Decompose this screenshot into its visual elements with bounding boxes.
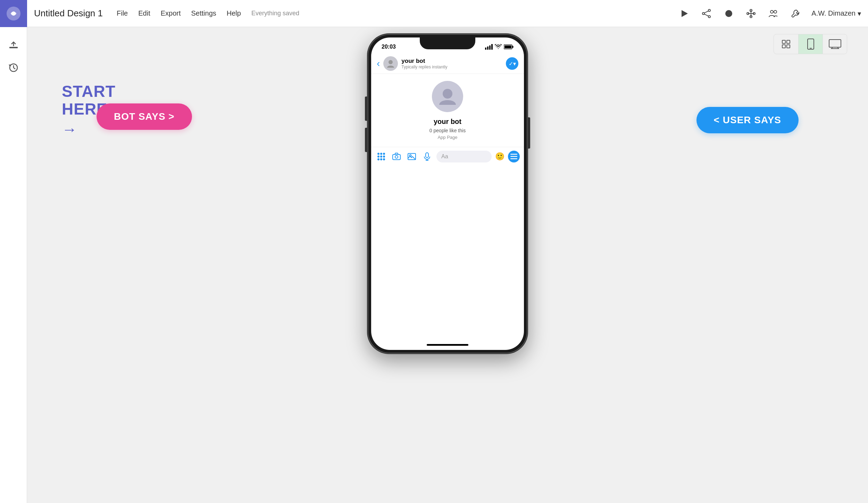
svg-point-30	[383, 153, 385, 155]
chat-checkmark-button[interactable]: ✓▾	[506, 57, 518, 70]
svg-rect-50	[787, 45, 790, 48]
svg-point-32	[380, 156, 382, 158]
chat-mic-icon[interactable]	[421, 151, 433, 162]
share-icon[interactable]	[700, 7, 713, 20]
menu-help[interactable]: Help	[227, 9, 241, 17]
view-desktop-button[interactable]	[823, 34, 847, 54]
record-icon[interactable]	[723, 7, 735, 20]
svg-rect-21	[489, 45, 491, 50]
battery-icon	[504, 44, 514, 49]
topbar-right: A.W. Dimazen ▾	[678, 7, 861, 20]
chat-header: ‹ your bot Typically replies instantly ✓…	[371, 53, 524, 74]
tools-icon[interactable]	[789, 7, 802, 20]
svg-rect-53	[829, 40, 841, 47]
svg-point-1	[11, 11, 16, 16]
phone-screen: 20:03	[371, 37, 524, 350]
chat-input-bar: Aa 🙂	[371, 147, 524, 166]
chat-emoji-icon[interactable]: 🙂	[495, 152, 504, 161]
status-time: 20:03	[382, 44, 396, 50]
svg-rect-44	[510, 154, 517, 155]
svg-rect-22	[491, 44, 493, 50]
svg-rect-49	[782, 45, 785, 48]
user-says-button[interactable]: < USER SAYS	[696, 107, 799, 133]
chat-content: your bot 0 people like this App Page	[371, 74, 524, 147]
svg-rect-24	[512, 46, 514, 48]
canvas-area: START HERE → BOT SAYS > < USER SAYS 20:0…	[27, 27, 868, 503]
svg-point-29	[380, 153, 382, 155]
connector-icon[interactable]	[745, 7, 757, 20]
menu-export[interactable]: Export	[161, 9, 181, 17]
svg-point-38	[395, 156, 398, 158]
chat-apps-icon[interactable]	[375, 151, 387, 162]
svg-rect-20	[487, 47, 489, 50]
view-switcher	[774, 34, 847, 54]
sidebar-upload[interactable]	[3, 34, 24, 54]
play-icon[interactable]	[678, 7, 691, 20]
view-grid-button[interactable]	[774, 34, 798, 54]
svg-point-36	[383, 158, 385, 160]
chat-name: your bot	[401, 58, 502, 65]
svg-rect-25	[504, 45, 511, 48]
svg-line-7	[704, 14, 709, 16]
menu-settings[interactable]: Settings	[191, 9, 216, 17]
chat-photo-icon[interactable]	[406, 151, 418, 162]
svg-point-34	[377, 158, 379, 160]
chat-info: your bot Typically replies instantly	[401, 58, 502, 69]
svg-rect-47	[782, 40, 785, 43]
svg-point-3	[708, 9, 710, 11]
bot-says-button[interactable]: BOT SAYS >	[97, 103, 192, 130]
svg-rect-46	[510, 158, 517, 159]
phone-frame: 20:03	[368, 34, 527, 353]
svg-point-15	[770, 10, 773, 13]
document-title: Untitled Design 1	[34, 8, 103, 19]
save-status: Everything saved	[251, 10, 299, 17]
svg-point-33	[383, 156, 385, 158]
chat-avatar	[383, 56, 398, 71]
svg-point-28	[377, 153, 379, 155]
bot-profile-likes: 0 people like this	[429, 128, 466, 133]
chat-menu-icon[interactable]	[508, 151, 520, 162]
svg-rect-48	[787, 40, 790, 43]
svg-rect-19	[485, 48, 486, 50]
svg-line-6	[704, 11, 709, 13]
svg-marker-2	[682, 10, 688, 17]
menu-bar: File Edit Export Settings Help	[117, 9, 241, 17]
svg-point-8	[725, 10, 732, 17]
topbar: Untitled Design 1 File Edit Export Setti…	[0, 0, 868, 27]
home-indicator	[427, 344, 468, 346]
signal-icon	[485, 44, 493, 50]
svg-point-27	[443, 89, 452, 99]
svg-point-35	[380, 158, 382, 160]
menu-file[interactable]: File	[117, 9, 128, 17]
svg-rect-41	[426, 153, 428, 158]
chat-back-button[interactable]: ‹	[377, 58, 380, 69]
user-account[interactable]: A.W. Dimazen ▾	[811, 9, 861, 18]
chat-text-input[interactable]: Aa	[436, 151, 492, 162]
logo[interactable]	[0, 0, 27, 27]
bot-profile-type: App Page	[437, 135, 457, 140]
svg-point-5	[708, 16, 710, 18]
svg-rect-51	[808, 39, 814, 49]
svg-rect-45	[510, 156, 517, 157]
chat-subtitle: Typically replies instantly	[401, 65, 502, 69]
svg-point-26	[389, 60, 393, 64]
phone-notch	[420, 37, 475, 49]
svg-point-16	[774, 10, 777, 13]
menu-edit[interactable]: Edit	[138, 9, 150, 17]
bot-profile-name: your bot	[434, 118, 461, 126]
bot-profile-avatar	[432, 81, 463, 112]
sidebar	[0, 27, 27, 503]
svg-rect-17	[9, 47, 18, 48]
collaborators-icon[interactable]	[767, 7, 779, 20]
view-mobile-button[interactable]	[798, 34, 823, 54]
svg-point-4	[702, 12, 704, 15]
status-icons	[485, 44, 514, 50]
svg-point-31	[377, 156, 379, 158]
chat-camera-icon[interactable]	[391, 151, 402, 162]
phone-mockup: 20:03	[368, 34, 527, 353]
wifi-icon	[495, 44, 502, 50]
sidebar-history[interactable]	[3, 58, 24, 78]
